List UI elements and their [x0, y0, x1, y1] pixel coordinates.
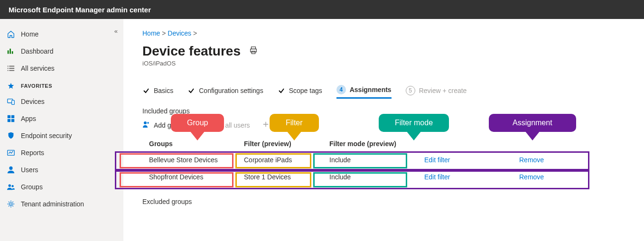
- cell-group: Bellevue Store Devices: [142, 151, 237, 168]
- step-assignments[interactable]: 4 Assignments: [336, 85, 392, 99]
- step-basics[interactable]: Basics: [142, 87, 173, 97]
- included-groups-label: Included groups: [142, 107, 630, 115]
- excluded-groups-label: Excluded groups: [142, 198, 630, 205]
- apps-icon: [7, 114, 15, 123]
- sidebar-item-label: Users: [21, 166, 38, 174]
- sidebar-item-endpoint-security[interactable]: Endpoint security: [0, 127, 123, 144]
- group-actions: Add groups Add all users Add all devices: [142, 120, 630, 130]
- svg-rect-5: [8, 68, 9, 69]
- step-review-create[interactable]: 5 Review + create: [406, 86, 467, 98]
- page-subtitle: iOS/iPadOS: [142, 60, 630, 67]
- svg-rect-21: [252, 47, 256, 49]
- svg-rect-22: [251, 49, 257, 52]
- svg-point-25: [202, 121, 205, 124]
- svg-point-19: [11, 185, 14, 187]
- col-groups: Groups: [142, 136, 237, 151]
- svg-rect-7: [8, 70, 9, 71]
- edit-filter-link[interactable]: Edit filter: [424, 173, 450, 181]
- gear-icon: [7, 200, 15, 208]
- star-icon: [7, 82, 15, 90]
- sidebar-item-tenant-admin[interactable]: Tenant administration: [0, 195, 123, 213]
- svg-point-20: [9, 203, 12, 205]
- page-title: Device features: [142, 44, 241, 59]
- collapse-sidebar-icon[interactable]: «: [114, 28, 118, 35]
- svg-rect-14: [8, 119, 10, 122]
- main-content: Home > Devices > Device features iOS/iPa…: [123, 19, 644, 241]
- svg-rect-0: [8, 50, 9, 54]
- assignments-table-area: Groups Filter (preview) Filter mode (pre…: [142, 136, 630, 185]
- step-configuration-settings[interactable]: Configuration settings: [187, 87, 263, 97]
- assignments-table: Groups Filter (preview) Filter mode (pre…: [142, 136, 630, 185]
- svg-rect-6: [9, 68, 14, 69]
- svg-rect-4: [9, 66, 14, 67]
- cell-filter: Store 1 Devices: [237, 168, 323, 185]
- breadcrumb-home[interactable]: Home: [142, 29, 160, 37]
- sidebar-item-apps[interactable]: Apps: [0, 110, 123, 127]
- breadcrumb: Home > Devices >: [142, 29, 630, 37]
- cell-filter: Corporate iPads: [237, 151, 323, 168]
- add-groups-button[interactable]: Add groups: [142, 120, 188, 130]
- wizard-steps: Basics Configuration settings Scope tags…: [142, 85, 630, 99]
- svg-rect-11: [12, 100, 14, 104]
- sidebar-item-users[interactable]: Users: [0, 161, 123, 178]
- cell-filter-mode: Include: [323, 151, 418, 168]
- svg-rect-2: [12, 51, 13, 54]
- sidebar-item-label: Apps: [21, 115, 36, 122]
- add-all-devices-button[interactable]: Add all devices: [262, 120, 317, 130]
- top-app-bar: Microsoft Endpoint Manager admin center: [0, 0, 644, 19]
- check-icon: [278, 87, 285, 94]
- remove-link[interactable]: Remove: [519, 156, 544, 164]
- svg-rect-15: [11, 119, 14, 122]
- svg-marker-9: [8, 83, 14, 89]
- reports-icon: [7, 148, 15, 157]
- cell-filter-mode: Include: [323, 168, 418, 185]
- plus-icon: [262, 121, 269, 129]
- svg-rect-12: [8, 115, 10, 118]
- svg-rect-3: [8, 66, 9, 67]
- remove-link[interactable]: Remove: [519, 173, 544, 181]
- add-user-icon: [200, 120, 208, 130]
- sidebar-item-devices[interactable]: Devices: [0, 93, 123, 110]
- sidebar-item-dashboard[interactable]: Dashboard: [0, 43, 123, 60]
- sidebar-item-groups[interactable]: Groups: [0, 178, 123, 195]
- breadcrumb-devices[interactable]: Devices: [168, 29, 191, 37]
- add-all-users-button[interactable]: Add all users: [200, 120, 250, 130]
- svg-rect-8: [9, 70, 14, 71]
- svg-rect-1: [9, 49, 11, 54]
- sidebar-item-home[interactable]: Home: [0, 26, 123, 43]
- col-filter-mode: Filter mode (preview): [323, 136, 418, 151]
- home-icon: [7, 30, 15, 38]
- user-icon: [7, 166, 15, 174]
- sidebar-item-label: Reports: [21, 149, 44, 157]
- check-icon: [142, 87, 150, 94]
- list-icon: [7, 64, 15, 73]
- sidebar-favorites-header: FAVORITES: [0, 77, 123, 93]
- step-number: 4: [336, 85, 346, 94]
- table-row: Shopfront Devices Store 1 Devices Includ…: [142, 168, 630, 185]
- app-title: Microsoft Endpoint Manager admin center: [9, 6, 151, 14]
- sidebar-item-label: Tenant administration: [21, 200, 84, 208]
- sidebar-item-label: Home: [21, 30, 38, 38]
- sidebar-item-label: Endpoint security: [21, 132, 72, 139]
- sidebar-item-reports[interactable]: Reports: [0, 144, 123, 161]
- sidebar-item-label: Devices: [21, 98, 45, 105]
- step-scope-tags[interactable]: Scope tags: [278, 87, 322, 97]
- dashboard-icon: [7, 47, 15, 56]
- check-icon: [187, 87, 195, 94]
- print-icon[interactable]: [249, 46, 258, 56]
- groups-icon: [7, 183, 15, 191]
- edit-filter-link[interactable]: Edit filter: [424, 156, 450, 164]
- svg-rect-23: [252, 51, 255, 54]
- shield-icon: [7, 131, 15, 140]
- left-nav: « Home Dashboard All services FAVORITES: [0, 19, 123, 241]
- svg-point-24: [144, 121, 147, 124]
- devices-icon: [7, 97, 15, 106]
- svg-point-18: [9, 185, 11, 187]
- sidebar-item-all-services[interactable]: All services: [0, 60, 123, 77]
- sidebar-item-label: Dashboard: [21, 47, 54, 55]
- sidebar-item-label: Groups: [21, 183, 43, 191]
- svg-rect-13: [11, 115, 14, 118]
- col-filter: Filter (preview): [237, 136, 323, 151]
- step-number: 5: [406, 86, 415, 95]
- table-row: Bellevue Store Devices Corporate iPads I…: [142, 151, 630, 168]
